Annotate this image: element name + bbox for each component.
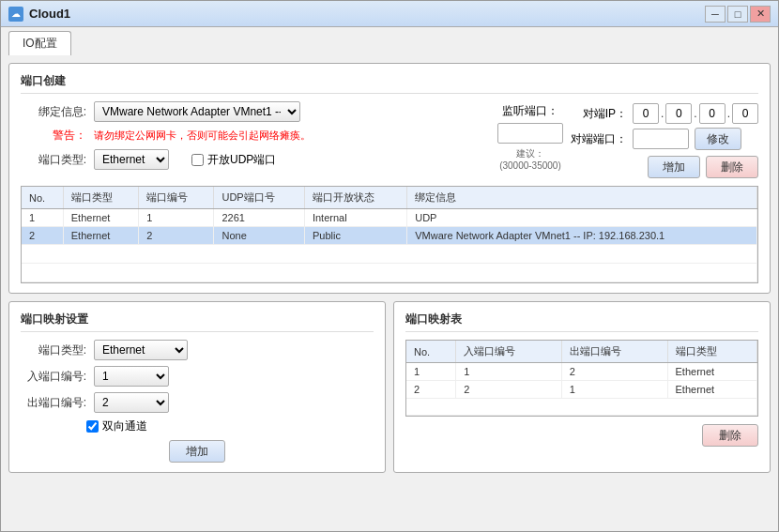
- in-port-select[interactable]: 1: [94, 366, 169, 387]
- udp-label-text: 开放UDP端口: [207, 152, 276, 168]
- bidirectional-checkbox[interactable]: [86, 420, 99, 433]
- remote-ip-label: 对端IP：: [571, 106, 627, 122]
- out-port-row: 出端口编号: 2: [21, 392, 374, 413]
- map-port-type-row: 端口类型: Ethernet: [21, 340, 374, 360]
- row1-type: Ethernet: [63, 209, 138, 227]
- tab-bar: IO配置: [1, 27, 778, 55]
- ip-input-group: . . .: [633, 103, 758, 124]
- row2-status: Public: [304, 227, 406, 245]
- row1-num: 1: [139, 209, 214, 227]
- row1-binding: UDP: [407, 209, 757, 227]
- port-table: No. 端口类型 端口编号 UDP端口号 端口开放状态 绑定信息 1 Ether…: [22, 187, 757, 282]
- binding-select[interactable]: VMware Network Adapter VMnet1 -- IP: 192…: [94, 101, 300, 122]
- remote-ip-row: 对端IP： . . .: [571, 103, 758, 124]
- out-port-select[interactable]: 2: [94, 392, 169, 413]
- binding-label: 绑定信息:: [21, 104, 86, 120]
- row2-type: Ethernet: [63, 227, 138, 245]
- port-map-table-title: 端口映射表: [405, 312, 758, 332]
- pm-row2-in: 2: [456, 381, 562, 399]
- bidirectional-text: 双向通道: [102, 418, 147, 434]
- warning-text: 请勿绑定公网网卡，否则可能会引起网络瘫痪。: [94, 129, 311, 143]
- pm-row1-in: 1: [456, 363, 562, 381]
- table-row[interactable]: 2 Ethernet 2 None Public VMware Network …: [22, 227, 757, 245]
- th-binding: 绑定信息: [407, 187, 757, 209]
- table-row[interactable]: 1 Ethernet 1 2261 Internal UDP: [22, 209, 757, 227]
- delete-port-button[interactable]: 删除: [706, 156, 758, 178]
- port-type-label: 端口类型:: [21, 152, 86, 168]
- pm-row2-out: 1: [561, 381, 667, 399]
- row1-no: 1: [22, 209, 63, 227]
- pm-row1-type: Ethernet: [667, 363, 757, 381]
- ip-part-1[interactable]: [633, 103, 659, 124]
- map-delete-row: 删除: [405, 424, 758, 447]
- port-table-header: No. 端口类型 端口编号 UDP端口号 端口开放状态 绑定信息: [22, 187, 757, 209]
- tab-io-config[interactable]: IO配置: [8, 31, 71, 55]
- listen-port-label: 监听端口：: [502, 103, 558, 119]
- add-port-button[interactable]: 增加: [648, 156, 700, 178]
- row2-num: 2: [139, 227, 214, 245]
- close-button[interactable]: ✕: [750, 6, 771, 23]
- ip-part-2[interactable]: [665, 103, 692, 124]
- remote-port-input[interactable]: 0: [633, 129, 689, 149]
- remote-area: 对端IP： . . . 对端端口： 0: [571, 103, 758, 178]
- title-bar: ☁ Cloud1 ─ □ ✕: [1, 1, 778, 27]
- map-add-row: 增加: [21, 440, 374, 463]
- table-row[interactable]: 1 1 2 Ethernet: [406, 363, 757, 381]
- map-delete-button[interactable]: 删除: [702, 424, 758, 447]
- th-no: No.: [22, 187, 63, 209]
- content-area: 端口创建 绑定信息: VMware Network Adapter VMnet1…: [1, 55, 778, 531]
- pm-row1-out: 2: [561, 363, 667, 381]
- th-udp: UDP端口号: [214, 187, 304, 209]
- port-map-table-header: No. 入端口编号 出端口编号 端口类型: [406, 341, 757, 363]
- row2-udp: None: [214, 227, 304, 245]
- minimize-button[interactable]: ─: [705, 6, 726, 23]
- remote-port-label: 对端端口：: [571, 131, 627, 147]
- main-window: ☁ Cloud1 ─ □ ✕ IO配置 端口创建 绑定信息: VMware Ne…: [0, 0, 779, 532]
- listen-port-input[interactable]: 30000: [497, 123, 563, 144]
- map-add-button[interactable]: 增加: [169, 440, 225, 463]
- listen-area: 监听端口： 30000 建议：(30000-35000): [497, 103, 563, 171]
- modify-button[interactable]: 修改: [695, 128, 741, 150]
- ip-part-3[interactable]: [699, 103, 726, 124]
- pm-th-in: 入端口编号: [456, 341, 562, 363]
- port-type-select[interactable]: Ethernet: [94, 149, 169, 170]
- port-map-settings-section: 端口映射设置 端口类型: Ethernet 入端口编号: 1 出端口编号:: [8, 301, 386, 473]
- out-port-label: 出端口编号:: [21, 395, 86, 411]
- port-create-section: 端口创建 绑定信息: VMware Network Adapter VMnet1…: [8, 63, 771, 294]
- window-title: Cloud1: [29, 7, 70, 21]
- bidirectional-label[interactable]: 双向通道: [86, 418, 147, 434]
- row1-udp: 2261: [214, 209, 304, 227]
- pm-th-out: 出端口编号: [561, 341, 667, 363]
- port-map-table-container: No. 入端口编号 出端口编号 端口类型 1 1 2 Ether: [405, 340, 758, 417]
- port-map-table: No. 入端口编号 出端口编号 端口类型 1 1 2 Ether: [406, 341, 757, 416]
- pm-row2-type: Ethernet: [667, 381, 757, 399]
- title-buttons: ─ □ ✕: [705, 6, 771, 23]
- pm-th-no: No.: [406, 341, 456, 363]
- udp-checkbox[interactable]: [191, 154, 204, 166]
- table-row[interactable]: 2 2 1 Ethernet: [406, 381, 757, 399]
- in-port-row: 入端口编号: 1: [21, 366, 374, 387]
- title-bar-left: ☁ Cloud1: [8, 7, 70, 22]
- bidirectional-row: 双向通道: [86, 418, 374, 434]
- hint-text: 建议：(30000-35000): [499, 147, 561, 171]
- map-port-type-label: 端口类型:: [21, 342, 86, 358]
- th-type: 端口类型: [63, 187, 138, 209]
- port-create-title: 端口创建: [21, 73, 758, 94]
- ip-part-4[interactable]: [732, 103, 758, 124]
- left-form: 绑定信息: VMware Network Adapter VMnet1 -- I…: [21, 101, 490, 175]
- th-status: 端口开放状态: [304, 187, 406, 209]
- table-row-empty: [22, 245, 757, 264]
- udp-checkbox-label[interactable]: 开放UDP端口: [191, 152, 276, 168]
- in-port-label: 入端口编号:: [21, 369, 86, 385]
- port-map-settings-title: 端口映射设置: [21, 312, 374, 332]
- map-port-type-select[interactable]: Ethernet: [94, 340, 188, 360]
- pm-th-type: 端口类型: [667, 341, 757, 363]
- bottom-columns: 端口映射设置 端口类型: Ethernet 入端口编号: 1 出端口编号:: [8, 301, 771, 473]
- remote-port-row: 对端端口： 0 修改: [571, 128, 758, 150]
- add-delete-row: 增加 删除: [571, 156, 758, 178]
- maximize-button[interactable]: □: [727, 6, 748, 23]
- pm-row2-no: 2: [406, 381, 456, 399]
- pm-row1-no: 1: [406, 363, 456, 381]
- port-map-table-section: 端口映射表 No. 入端口编号 出端口编号 端口类型: [393, 301, 771, 473]
- port-table-container: No. 端口类型 端口编号 UDP端口号 端口开放状态 绑定信息 1 Ether…: [21, 186, 758, 283]
